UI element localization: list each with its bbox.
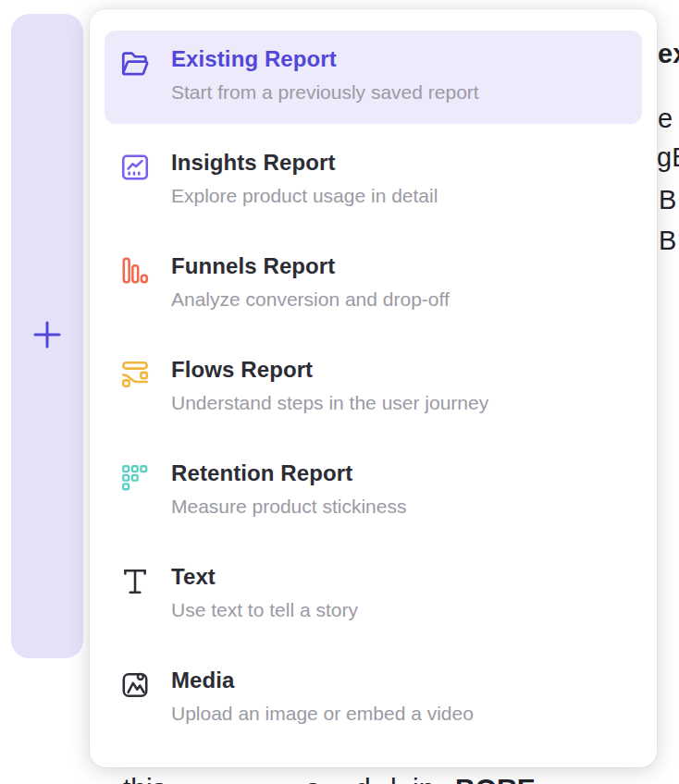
menu-item-title: Text [171,564,627,590]
menu-item-title: Retention Report [171,460,627,486]
background-text-fragment: B [659,226,676,256]
flows-icon [119,359,151,390]
add-report-menu: Existing Report Start from a previously … [90,9,657,767]
folder-open-icon [119,48,151,80]
menu-item-description: Use text to tell a story [171,599,627,621]
background-text-fragment: in [413,773,434,784]
board-add-report-overlay: ex e gB B B this a d l in BORE Existi [0,0,679,784]
insights-chart-icon [119,152,151,183]
menu-item-existing-report[interactable]: Existing Report Start from a previously … [105,31,642,124]
menu-item-funnels-report[interactable]: Funnels Report Analyze conversion and dr… [105,238,642,331]
menu-item-description: Analyze conversion and drop-off [171,288,627,311]
menu-item-title: Existing Report [171,46,627,72]
menu-item-description: Understand steps in the user journey [171,392,627,414]
menu-item-media[interactable]: Media Upload an image or embed a video [105,652,642,745]
menu-item-title: Flows Report [171,357,627,383]
menu-item-text[interactable]: Text Use text to tell a story [105,548,642,642]
background-text-fragment: B [659,185,676,215]
retention-grid-icon [119,462,151,494]
menu-item-description: Start from a previously saved report [171,81,627,104]
background-text-fragment: ex [658,39,679,69]
plus-icon[interactable] [32,320,62,353]
background-text-fragment: d [355,773,371,784]
background-text-fragment: a [305,773,321,784]
background-text-fragment: this [123,773,167,784]
media-image-icon [119,669,151,701]
menu-item-retention-report[interactable]: Retention Report Measure product stickin… [105,445,642,538]
menu-item-description: Upload an image or embed a video [171,703,627,725]
background-text-fragment: e [658,104,673,134]
menu-item-description: Explore product usage in detail [171,185,627,207]
menu-item-title: Media [171,668,627,693]
menu-item-flows-report[interactable]: Flows Report Understand steps in the use… [105,341,642,435]
background-text-fragment: l [390,773,397,784]
menu-item-title: Insights Report [171,150,627,176]
text-icon [119,566,151,597]
menu-item-insights-report[interactable]: Insights Report Explore product usage in… [105,134,642,227]
menu-item-title: Funnels Report [171,253,627,279]
menu-item-description: Measure product stickiness [171,496,627,518]
add-section-column[interactable] [11,14,83,658]
funnel-bars-icon [119,255,151,287]
background-text-fragment: gB [657,142,679,173]
background-text-fragment: BORE [455,773,536,784]
